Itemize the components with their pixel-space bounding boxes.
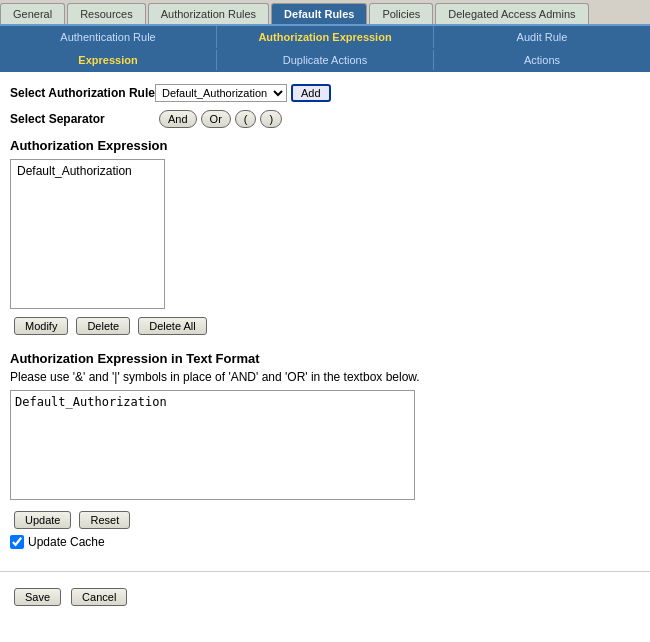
bottom-buttons: Save Cancel: [0, 582, 650, 612]
tab-authorization-rules[interactable]: Authorization Rules: [148, 3, 269, 24]
save-button[interactable]: Save: [14, 588, 61, 606]
tab-general[interactable]: General: [0, 3, 65, 24]
tab-policies[interactable]: Policies: [369, 3, 433, 24]
tab-duplicate-actions[interactable]: Duplicate Actions: [217, 50, 434, 70]
update-button[interactable]: Update: [14, 511, 71, 529]
update-cache-checkbox[interactable]: [10, 535, 24, 549]
reset-button[interactable]: Reset: [79, 511, 130, 529]
select-rule-row: Select Authorization Rule Default_Author…: [10, 84, 640, 102]
tab-authentication-rule[interactable]: Authentication Rule: [0, 26, 217, 48]
rule-select[interactable]: Default_Authorization: [155, 84, 287, 102]
tab-default-rules[interactable]: Default Rules: [271, 3, 367, 24]
text-format-section: Authorization Expression in Text Format …: [10, 351, 640, 503]
select-separator-label: Select Separator: [10, 112, 155, 126]
add-button[interactable]: Add: [291, 84, 331, 102]
tab-resources[interactable]: Resources: [67, 3, 146, 24]
second-tabs: Authentication Rule Authorization Expres…: [0, 26, 650, 50]
separator-open-paren-button[interactable]: (: [235, 110, 257, 128]
tab-delegated-access[interactable]: Delegated Access Admins: [435, 3, 588, 24]
cancel-button[interactable]: Cancel: [71, 588, 127, 606]
delete-all-button[interactable]: Delete All: [138, 317, 206, 335]
separator-and-button[interactable]: And: [159, 110, 197, 128]
update-reset-row: Update Reset: [10, 511, 640, 529]
separator-close-paren-button[interactable]: ): [260, 110, 282, 128]
tab-expression[interactable]: Expression: [0, 50, 217, 70]
expression-listbox[interactable]: Default_Authorization: [10, 159, 165, 309]
main-content: Select Authorization Rule Default_Author…: [0, 72, 650, 561]
tab-actions[interactable]: Actions: [434, 50, 650, 70]
expression-section-title: Authorization Expression: [10, 138, 640, 153]
select-separator-row: Select Separator And Or ( ): [10, 110, 640, 128]
delete-button[interactable]: Delete: [76, 317, 130, 335]
separator-or-button[interactable]: Or: [201, 110, 231, 128]
text-format-textarea[interactable]: Default_Authorization: [10, 390, 415, 500]
select-rule-label: Select Authorization Rule: [10, 86, 155, 100]
text-format-description: Please use '&' and '|' symbols in place …: [10, 370, 640, 384]
update-cache-label: Update Cache: [28, 535, 105, 549]
third-tabs: Expression Duplicate Actions Actions: [0, 50, 650, 72]
update-cache-row: Update Cache: [10, 535, 640, 549]
listbox-item-0[interactable]: Default_Authorization: [13, 162, 162, 180]
tab-authorization-expression[interactable]: Authorization Expression: [217, 26, 434, 48]
text-format-title: Authorization Expression in Text Format: [10, 351, 640, 366]
tab-audit-rule[interactable]: Audit Rule: [434, 26, 650, 48]
modify-button[interactable]: Modify: [14, 317, 68, 335]
bottom-divider: [0, 571, 650, 572]
top-tabs: General Resources Authorization Rules De…: [0, 0, 650, 26]
action-buttons: Modify Delete Delete All: [10, 317, 640, 335]
